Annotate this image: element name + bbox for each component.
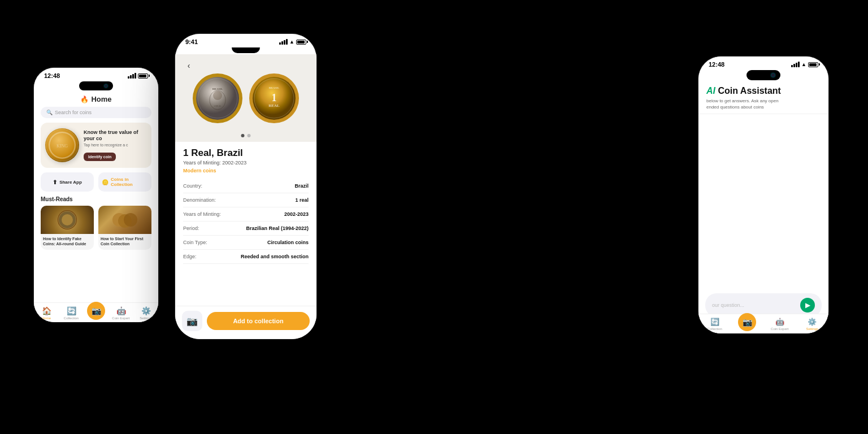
camera-btn[interactable]: 📷: [87, 302, 105, 320]
detail-row-period: Period: Brazilian Real (1994-2022): [183, 222, 309, 236]
identify-coin-button[interactable]: Identify coin: [84, 153, 116, 161]
nav-coin-expert[interactable]: 🤖 Coin Expert: [108, 306, 133, 320]
nav-home[interactable]: 🏠 Home: [34, 306, 59, 320]
svg-text:REAL: REAL: [268, 103, 280, 108]
svg-text:BRASIL: BRASIL: [269, 86, 280, 89]
flame-icon: 🔥: [80, 96, 89, 103]
detail-row-minting: Years of Minting: 2002-2023: [183, 207, 309, 222]
svg-text:KING: KING: [57, 144, 68, 149]
home-icon: 🏠: [42, 306, 51, 315]
hero-coin-image: KING: [45, 128, 79, 162]
status-icons-center: ▲: [279, 39, 306, 45]
phone-coin-detail: 9:41 ▲ ‹: [175, 34, 316, 339]
settings-icon-left: ⚙️: [141, 306, 151, 315]
time-left: 12:48: [44, 72, 60, 79]
dot-2: [248, 134, 251, 137]
article-card-2[interactable]: How to Start Your First Coin Collection: [98, 206, 151, 250]
bottom-nav-right: 🔄 Collection 📷 🤖 Coin Expert ⚙️ Settings: [698, 314, 828, 333]
right-nav-camera[interactable]: 📷: [731, 318, 764, 331]
nav-collection[interactable]: 🔄 Collection: [59, 306, 84, 320]
coin-minting: Years of Minting: 2002-2023: [183, 160, 309, 166]
right-nav-collection[interactable]: 🔄 Collection: [698, 318, 731, 331]
coin-image-area: ‹: [175, 54, 316, 142]
search-bar[interactable]: 🔍 Search for coins: [41, 107, 151, 118]
coins-collection-button[interactable]: 🪙 Coins in Collection: [98, 172, 151, 192]
status-bar-right: 12:48 ▲: [698, 57, 828, 70]
coin-expert-icon: 🤖: [775, 318, 784, 326]
right-nav-coin-expert[interactable]: 🤖 Coin Expert: [763, 318, 796, 331]
article-thumb-2: [98, 206, 151, 234]
status-icons-left: [128, 73, 148, 79]
must-reads-list: How to Identify Fake Coins: All-round Gu…: [41, 206, 151, 250]
detail-row-denomination: Denomination: 1 real: [183, 193, 309, 207]
camera-btn-right[interactable]: 📷: [738, 313, 756, 331]
svg-text:1 REAL: 1 REAL: [214, 105, 222, 107]
hero-card[interactable]: KING Know the true value of your co Tap …: [41, 123, 151, 168]
search-icon: 🔍: [46, 110, 53, 115]
must-reads-title: Must-Reads: [41, 196, 151, 202]
coin-reverse: BRASIL 1 REAL: [249, 73, 300, 124]
ai-icon: 🤖: [116, 306, 126, 315]
detail-row-country: Country: Brazil: [183, 179, 309, 193]
svg-point-0: [46, 129, 78, 161]
svg-point-1: [50, 133, 75, 158]
modern-tag[interactable]: Modern coins: [183, 168, 309, 173]
svg-point-14: [213, 91, 222, 100]
share-app-button[interactable]: ⬆ Share App: [41, 172, 94, 192]
share-icon: ⬆: [53, 179, 57, 185]
right-nav-settings[interactable]: ⚙️ Settings: [796, 318, 829, 331]
coin-obverse: BRASIL 1 REAL: [192, 73, 243, 124]
dot-1: [241, 134, 245, 137]
ai-chat-area: [698, 114, 828, 289]
page-dots: [241, 134, 251, 137]
wifi-icon: ▲: [289, 39, 294, 45]
phone-ai-assistant: 12:48 ▲ AI Coin Assistant: [698, 57, 828, 333]
collection-icon: 🔄: [67, 306, 76, 315]
ai-send-button[interactable]: ▶: [800, 298, 815, 313]
home-title: 🔥 Home: [34, 93, 158, 107]
nav-camera[interactable]: 📷: [84, 306, 108, 320]
svg-text:BRASIL: BRASIL: [212, 88, 223, 90]
coin-bottom-bar: 📷 Add to collection: [175, 306, 316, 339]
coins-icon: 🪙: [102, 179, 108, 185]
article-thumb-1: [41, 206, 94, 234]
svg-point-8: [124, 213, 137, 227]
svg-text:1: 1: [272, 92, 277, 103]
add-to-collection-button[interactable]: Add to collection: [207, 312, 310, 330]
ai-subtitle: below to get answers. Ask any open ended…: [706, 98, 821, 110]
article-card-1[interactable]: How to Identify Fake Coins: All-round Gu…: [41, 206, 94, 250]
nav-settings-left[interactable]: ⚙️ Settings: [133, 306, 158, 320]
collection-icon-right: 🔄: [710, 318, 719, 326]
back-button[interactable]: ‹: [182, 59, 196, 72]
detail-row-edge: Edge: Reeded and smooth section: [183, 250, 309, 264]
action-buttons: ⬆ Share App 🪙 Coins in Collection: [41, 172, 151, 192]
detail-row-type: Coin Type: Circulation coins: [183, 236, 309, 250]
time-center: 9:41: [185, 38, 198, 45]
hero-text: Know the true value of your co Tap here …: [84, 129, 151, 161]
ai-tag: AI: [706, 86, 715, 96]
svg-point-5: [62, 214, 73, 225]
ai-header: AI Coin Assistant below to get answers. …: [698, 83, 828, 114]
status-bar-left: 12:48: [34, 68, 158, 81]
time-right: 12:48: [709, 61, 724, 68]
phone-home: 12:48 🔥 Home 🔍 Search: [34, 68, 158, 322]
status-bar-center: 9:41 ▲: [175, 34, 316, 47]
coin-title: 1 Real, Brazil: [183, 147, 309, 159]
status-icons-right: ▲: [791, 62, 818, 67]
camera-scan-button[interactable]: 📷: [182, 311, 202, 331]
settings-icon-right: ⚙️: [808, 318, 817, 326]
ai-title: AI Coin Assistant: [706, 86, 821, 96]
wifi-icon-right: ▲: [801, 62, 806, 67]
bottom-nav-left: 🏠 Home 🔄 Collection 📷 🤖 Coin Expert ⚙️ S…: [34, 302, 158, 322]
coin-info: 1 Real, Brazil Years of Minting: 2002-20…: [175, 142, 316, 298]
ai-question-placeholder[interactable]: our question...: [712, 302, 797, 308]
